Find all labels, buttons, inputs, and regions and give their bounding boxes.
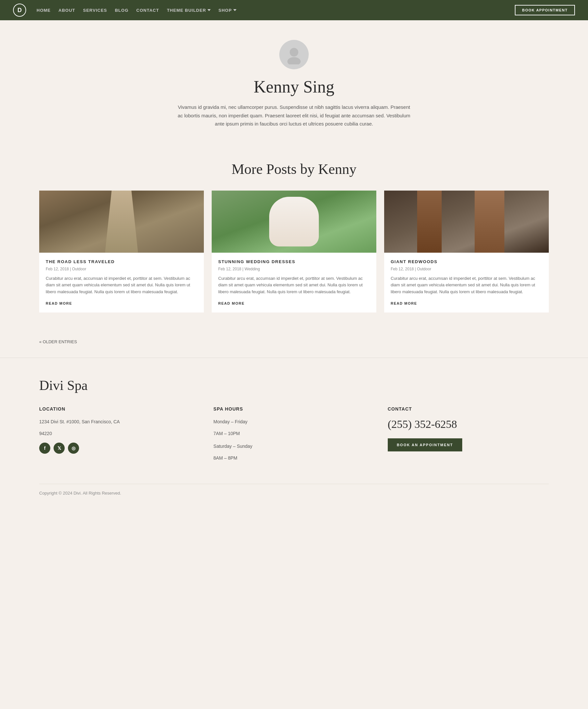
posts-grid: THE ROAD LESS TRAVELED Feb 12, 2018 | Ou… bbox=[39, 190, 549, 313]
nav-services[interactable]: SERVICES bbox=[83, 7, 107, 13]
posts-section-title: More Posts by Kenny bbox=[39, 161, 549, 178]
weekend-label: Saturday – Sunday bbox=[213, 443, 374, 450]
author-section: Kenny Sing Vivamus id gravida mi, nec ul… bbox=[0, 20, 588, 141]
weekday-hours-value: 7AM – 10PM bbox=[213, 430, 374, 438]
post-card: THE ROAD LESS TRAVELED Feb 12, 2018 | Ou… bbox=[39, 190, 204, 313]
nav-home[interactable]: HOME bbox=[36, 7, 51, 13]
post-card-body: STUNNING WEDDING DRESSES Feb 12, 2018 | … bbox=[212, 253, 376, 313]
post-text: Curabitur arcu erat, accumsan id imperdi… bbox=[46, 275, 197, 295]
social-icons: f 𝕏 ◎ bbox=[39, 443, 200, 454]
post-card: GIANT REDWOODS Feb 12, 2018 | Outdoor Cu… bbox=[384, 190, 549, 313]
copyright: Copyright © 2024 Divi. All Rights Reserv… bbox=[39, 491, 549, 496]
weekend-hours-value: 8AM – 8PM bbox=[213, 454, 374, 462]
footer-address-line1: 1234 Divi St. #1000, San Francisco, CA bbox=[39, 418, 200, 426]
post-image-redwoods[interactable] bbox=[384, 190, 549, 253]
footer-hours-title: Spa Hours bbox=[213, 406, 374, 412]
footer-contact-col: Contact (255) 352-6258 BOOK AN APPOINTME… bbox=[388, 406, 549, 468]
footer-location-col: Location 1234 Divi St. #1000, San Franci… bbox=[39, 406, 200, 468]
footer-phone: (255) 352-6258 bbox=[388, 418, 549, 430]
post-text: Curabitur arcu erat, accumsan id imperdi… bbox=[218, 275, 370, 295]
post-title: GIANT REDWOODS bbox=[391, 259, 542, 264]
author-name: Kenny Sing bbox=[254, 77, 335, 97]
weekday-hours: Monday – Friday 7AM – 10PM bbox=[213, 418, 374, 438]
older-entries-link[interactable]: « OLDER ENTRIES bbox=[39, 339, 77, 344]
nav-blog[interactable]: BLOG bbox=[115, 7, 129, 13]
pagination: « OLDER ENTRIES bbox=[0, 332, 588, 358]
author-bio: Vivamus id gravida mi, nec ullamcorper p… bbox=[176, 103, 412, 128]
footer-brand: Divi Spa bbox=[39, 377, 549, 393]
footer-book-appointment-button[interactable]: BOOK AN APPOINTMENT bbox=[388, 438, 462, 451]
footer-columns: Location 1234 Divi St. #1000, San Franci… bbox=[39, 406, 549, 484]
weekday-label: Monday – Friday bbox=[213, 418, 374, 426]
svg-point-1 bbox=[287, 57, 301, 64]
post-card-body: THE ROAD LESS TRAVELED Feb 12, 2018 | Ou… bbox=[39, 253, 204, 313]
chevron-down-icon bbox=[233, 9, 236, 11]
nav-contact[interactable]: CONTACT bbox=[136, 7, 159, 13]
logo[interactable]: D bbox=[13, 4, 26, 17]
svg-point-0 bbox=[290, 48, 298, 56]
read-more-link[interactable]: READ MORE bbox=[391, 301, 417, 305]
post-meta: Feb 12, 2018 | Outdoor bbox=[46, 267, 197, 271]
posts-section: More Posts by Kenny THE ROAD LESS TRAVEL… bbox=[0, 141, 588, 332]
nav-theme-builder[interactable]: THEME BUILDER bbox=[167, 8, 211, 13]
read-more-link[interactable]: READ MORE bbox=[46, 301, 72, 305]
nav-links: HOME ABOUT SERVICES BLOG CONTACT THEME B… bbox=[36, 7, 236, 13]
footer-location-title: Location bbox=[39, 406, 200, 412]
weekend-hours: Saturday – Sunday 8AM – 8PM bbox=[213, 443, 374, 462]
post-card: STUNNING WEDDING DRESSES Feb 12, 2018 | … bbox=[212, 190, 376, 313]
avatar bbox=[279, 40, 309, 69]
footer-hours-col: Spa Hours Monday – Friday 7AM – 10PM Sat… bbox=[213, 406, 374, 468]
navbar-book-appointment-button[interactable]: BOOK APPOINTMENT bbox=[515, 5, 575, 16]
read-more-link[interactable]: READ MORE bbox=[218, 301, 245, 305]
footer: Divi Spa Location 1234 Divi St. #1000, S… bbox=[0, 358, 588, 502]
post-title: THE ROAD LESS TRAVELED bbox=[46, 259, 197, 264]
footer-contact-title: Contact bbox=[388, 406, 549, 412]
nav-about[interactable]: ABOUT bbox=[58, 7, 75, 13]
post-image-wedding[interactable] bbox=[212, 190, 376, 253]
post-meta: Feb 12, 2018 | Outdoor bbox=[391, 267, 542, 271]
navbar-left: D HOME ABOUT SERVICES BLOG CONTACT THEME… bbox=[13, 4, 236, 17]
post-text: Curabitur arcu erat, accumsan id imperdi… bbox=[391, 275, 542, 295]
twitter-icon[interactable]: 𝕏 bbox=[54, 443, 65, 454]
footer-address-line2: 94220 bbox=[39, 430, 200, 438]
post-card-body: GIANT REDWOODS Feb 12, 2018 | Outdoor Cu… bbox=[384, 253, 549, 313]
instagram-icon[interactable]: ◎ bbox=[68, 443, 79, 454]
post-image-road[interactable] bbox=[39, 190, 204, 253]
post-title: STUNNING WEDDING DRESSES bbox=[218, 259, 370, 264]
footer-bottom: Copyright © 2024 Divi. All Rights Reserv… bbox=[39, 484, 549, 502]
navbar: D HOME ABOUT SERVICES BLOG CONTACT THEME… bbox=[0, 0, 588, 20]
nav-shop[interactable]: SHOP bbox=[219, 8, 236, 13]
chevron-down-icon bbox=[207, 9, 211, 11]
post-meta: Feb 12, 2018 | Wedding bbox=[218, 267, 370, 271]
avatar-icon bbox=[284, 45, 304, 64]
facebook-icon[interactable]: f bbox=[39, 443, 50, 454]
